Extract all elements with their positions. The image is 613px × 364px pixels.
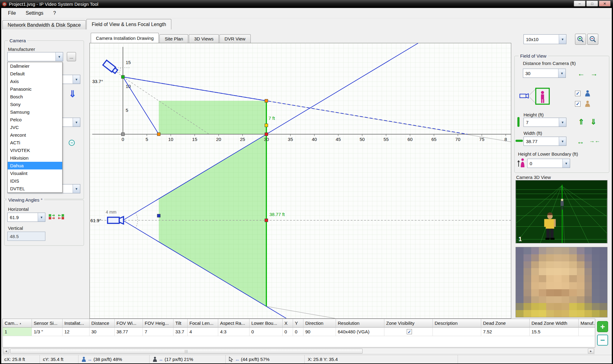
camera-3d-view[interactable]: 1 — [516, 180, 607, 243]
distance-combobox[interactable]: 30 ▼ — [523, 69, 566, 78]
lower-boundary-combobox[interactable]: 0 ▼ — [527, 159, 570, 168]
handle-target-ground[interactable] — [265, 133, 268, 136]
browse-manufacturer-button[interactable]: ... — [67, 52, 76, 61]
table-cell[interactable]: 33.7 — [173, 328, 188, 336]
table-cell[interactable]: 1 — [3, 328, 32, 336]
manufacturer-option[interactable]: Samsung — [8, 108, 62, 116]
table-cell[interactable]: 7 — [143, 328, 173, 336]
manufacturer-combobox[interactable]: ▼ — [7, 52, 63, 61]
table-cell[interactable]: 15.5 — [530, 328, 579, 336]
column-header[interactable]: Zone Visibility — [384, 319, 433, 328]
chevron-down-icon[interactable]: ▼ — [562, 159, 570, 168]
transfer-down-icon[interactable]: ⇓ — [69, 89, 76, 99]
show-person-1-checkbox[interactable]: ✓ — [575, 91, 581, 96]
tab-camera-installation-drawing[interactable]: Camera Installation Drawing — [91, 33, 159, 43]
chevron-down-icon[interactable]: ▼ — [559, 35, 566, 44]
column-header[interactable]: Sensor Si... — [32, 319, 63, 328]
table-cell[interactable]: 38.77 — [115, 328, 143, 336]
manufacturer-dropdown-list[interactable]: DallmeierDefaultAxisPanasonicBoschSonySa… — [7, 62, 63, 193]
column-header[interactable]: Cam...▴ — [3, 319, 32, 328]
chevron-down-icon[interactable]: ▼ — [558, 69, 565, 78]
chevron-down-icon[interactable]: ▼ — [73, 118, 80, 127]
table-cell[interactable]: 7.52 — [481, 328, 530, 336]
handle-origin[interactable] — [121, 133, 124, 136]
distance-decrease-arrow[interactable]: ← — [577, 70, 585, 77]
table-cell[interactable] — [579, 328, 595, 336]
handle-target-top[interactable] — [265, 99, 268, 102]
manufacturer-option[interactable]: Dahua — [8, 162, 62, 169]
height-combobox[interactable]: 7 ▼ — [524, 118, 566, 127]
remove-camera-button[interactable]: − — [597, 335, 608, 346]
chevron-down-icon[interactable]: ▼ — [55, 52, 63, 61]
handle-near-width[interactable] — [157, 214, 160, 217]
table-cell[interactable]: 0 — [293, 328, 303, 336]
table-cell[interactable] — [433, 328, 481, 336]
table-cell[interactable]: 4:3 — [218, 328, 249, 336]
chevron-down-icon[interactable]: ▼ — [559, 137, 566, 146]
width-expand-arrow[interactable]: ↔ — [577, 138, 584, 145]
column-header[interactable]: Manuf... — [579, 319, 595, 328]
manufacturer-option[interactable]: Pelco — [8, 116, 62, 123]
tab-3d-views[interactable]: 3D Views — [189, 34, 219, 43]
column-header[interactable]: Aspect Ra... — [218, 319, 249, 328]
minimize-button[interactable]: – — [574, 1, 585, 6]
manufacturer-option[interactable]: IDIS — [8, 177, 62, 185]
menu-settings[interactable]: Settings — [21, 9, 48, 17]
camera-icon-top-view[interactable] — [108, 217, 124, 224]
column-header[interactable]: Direction — [303, 319, 336, 328]
zoom-in-button[interactable] — [575, 34, 586, 45]
height-decrease-arrow[interactable]: ⇓ — [590, 118, 596, 126]
column-header[interactable]: FOV Heig... — [143, 319, 173, 328]
tab-dvr-view[interactable]: DVR View — [219, 34, 251, 43]
manufacturer-option[interactable]: Sony — [8, 100, 62, 108]
table-cell[interactable]: 30 — [89, 328, 115, 336]
tab-site-plan[interactable]: Site Plan — [159, 34, 188, 43]
table-cell[interactable]: ✓ — [384, 328, 433, 336]
angle-preset-narrow-icon[interactable] — [58, 213, 64, 221]
manufacturer-option[interactable]: VIVOTEK — [8, 146, 62, 154]
manufacturer-option[interactable]: Panasonic — [8, 85, 62, 93]
manufacturer-option[interactable]: Default — [8, 70, 62, 78]
table-cell[interactable]: 640x480 (VGA) — [336, 328, 384, 336]
table-cell[interactable]: 4 — [188, 328, 218, 336]
handle-target-center[interactable] — [265, 219, 268, 222]
grid-scale-combobox[interactable]: 10x10 ▼ — [524, 34, 566, 44]
scrollbar-thumb[interactable]: ||| — [10, 349, 363, 354]
horizontal-angle-combobox[interactable]: 61.9 ▼ — [7, 213, 45, 222]
manufacturer-option[interactable]: Hikvision — [8, 154, 62, 162]
zoom-out-button[interactable] — [587, 34, 598, 45]
width-combobox[interactable]: 38.77 ▼ — [524, 137, 566, 146]
height-increase-arrow[interactable]: ⇑ — [578, 118, 584, 126]
column-header[interactable]: Resolution — [336, 319, 384, 328]
manufacturer-option[interactable]: Axis — [8, 78, 62, 85]
close-button[interactable]: ✕ — [599, 1, 611, 6]
manufacturer-option[interactable]: JVC — [8, 123, 62, 131]
add-camera-button[interactable]: + — [597, 321, 608, 332]
column-header[interactable]: Description — [433, 319, 481, 328]
scroll-left-icon[interactable]: ◄ — [3, 349, 9, 354]
column-header[interactable]: Focal Len... — [188, 319, 218, 328]
handle-eye-level[interactable] — [265, 124, 268, 127]
manufacturer-option[interactable]: Bosch — [8, 93, 62, 100]
column-header[interactable]: Dead Zone Width — [530, 319, 579, 328]
installation-drawing-area[interactable]: 051015202530354045505560657075851015 33.… — [89, 43, 511, 319]
column-header[interactable]: FOV Wi... — [115, 319, 143, 328]
horizontal-scrollbar[interactable]: ◄ ||| ► — [2, 348, 595, 354]
column-header[interactable]: Tilt — [173, 319, 188, 328]
chevron-down-icon[interactable]: ▼ — [73, 75, 80, 84]
vertical-angle-input[interactable] — [7, 232, 45, 241]
angle-preset-wide-icon[interactable] — [48, 213, 55, 221]
column-header[interactable]: Dead Zone — [481, 319, 530, 328]
column-header[interactable]: Lower Bou... — [249, 319, 283, 328]
show-person-2-checkbox[interactable]: ✓ — [575, 101, 581, 107]
width-contract-arrow[interactable]: →← — [589, 138, 600, 143]
manufacturer-option[interactable]: Dallmeier — [8, 62, 62, 70]
table-cell[interactable]: 90 — [303, 328, 336, 336]
zone-visibility-checkbox[interactable]: ✓ — [407, 329, 412, 334]
column-header[interactable]: X — [283, 319, 293, 328]
maximize-button[interactable]: □ — [586, 1, 598, 6]
column-header[interactable]: Installat... — [63, 319, 89, 328]
chevron-down-icon[interactable]: ▼ — [73, 184, 80, 193]
remove-icon[interactable]: − — [69, 140, 75, 146]
table-cell[interactable]: 0 — [283, 328, 293, 336]
